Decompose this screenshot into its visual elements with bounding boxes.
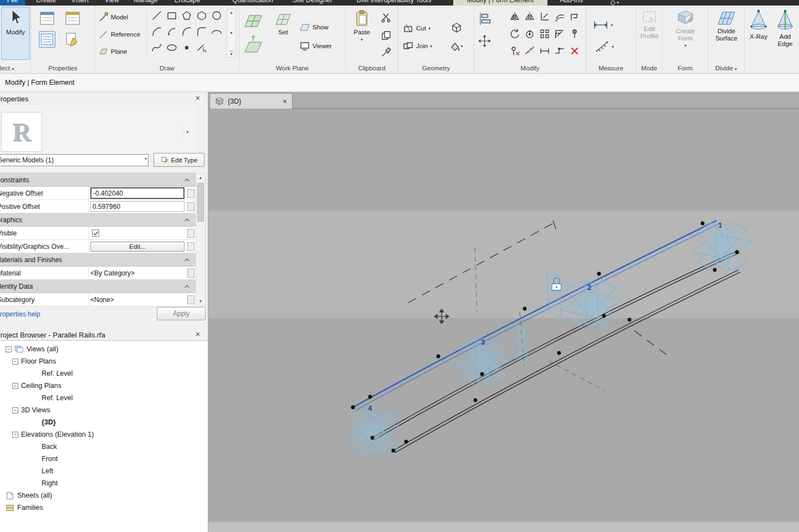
panel-label-work-plane[interactable]: Work Plane — [239, 65, 345, 71]
reference-line-button[interactable]: Reference — [99, 29, 140, 39]
tree-item-right[interactable]: Right — [0, 477, 208, 489]
cut-to-clipboard-icon[interactable] — [379, 11, 393, 24]
tab-file[interactable]: File — [0, 0, 25, 6]
spline-tool-icon[interactable] — [150, 41, 163, 54]
tab-quantification[interactable]: Quantification — [226, 0, 279, 6]
paste-button[interactable]: Paste ▾ — [349, 7, 375, 60]
collapse-chevron-icon[interactable] — [184, 258, 190, 262]
start-end-radius-arc-tool-icon[interactable] — [150, 25, 163, 38]
create-form-button[interactable]: Create Form ▾ — [668, 7, 703, 60]
view-tab-3d[interactable]: {3D} × — [209, 93, 293, 109]
close-view-icon[interactable]: × — [283, 97, 287, 106]
subcategory-value[interactable]: <None> — [90, 296, 114, 304]
model-line-button[interactable]: Model — [99, 12, 128, 22]
divide-surface-button[interactable]: Divide Surface — [711, 7, 742, 60]
drawing-canvas[interactable]: 1 2 3 4 — [208, 109, 799, 532]
tree-item-front[interactable]: Front — [0, 453, 208, 465]
point-element-tool-icon[interactable] — [180, 41, 193, 54]
negative-offset-input[interactable]: -0.402040 — [90, 187, 185, 199]
surface-tool-icon[interactable] — [242, 10, 264, 31]
property-group-materials[interactable]: Materials and Finishes — [0, 253, 196, 267]
property-group-identity[interactable]: Identity Data — [0, 280, 196, 293]
family-category-icon[interactable] — [64, 10, 81, 27]
collapse-chevron-icon[interactable] — [184, 178, 190, 182]
feedback-smiley-icon[interactable]: ▾ — [611, 0, 619, 6]
tree-item-ceiling-plans[interactable]: − Ceiling Plans — [0, 380, 208, 392]
reference-line-black[interactable] — [408, 221, 669, 356]
tree-item-floor-plans[interactable]: − Floor Plans — [0, 355, 208, 367]
copy-to-clipboard-icon[interactable] — [379, 29, 393, 42]
match-type-icon[interactable] — [379, 45, 393, 58]
preview-dropdown-icon[interactable]: ▾ — [182, 126, 192, 137]
close-properties-icon[interactable]: × — [196, 94, 200, 103]
mirror-pick-axis-icon[interactable] — [508, 10, 521, 23]
close-project-browser-icon[interactable]: × — [196, 330, 200, 339]
tree-item-sheets[interactable]: Sheets (all) — [0, 489, 208, 502]
panel-label-divide[interactable]: Divide ▾ — [708, 65, 744, 71]
collapse-box-icon[interactable]: − — [12, 407, 18, 413]
plane-button[interactable]: Plane — [99, 47, 127, 57]
tree-item-views[interactable]: − Views (all) — [0, 343, 208, 355]
panel-label-form[interactable]: Form — [663, 65, 708, 71]
collapse-box-icon[interactable]: − — [12, 359, 18, 365]
align-dimension-icon[interactable] — [537, 44, 551, 57]
apply-button[interactable]: Apply — [157, 307, 206, 320]
family-types-icon[interactable] — [64, 31, 81, 48]
circle-tool-icon[interactable] — [209, 9, 223, 22]
join-toggle-icon[interactable] — [552, 44, 566, 57]
unpin-icon[interactable] — [508, 44, 521, 57]
panel-expand-icon[interactable]: ▼ — [229, 51, 233, 56]
tree-item-back[interactable]: Back — [0, 441, 208, 453]
properties-toggle-icon[interactable] — [39, 31, 55, 48]
material-value[interactable]: <By Category> — [90, 269, 135, 277]
center-ends-arc-tool-icon[interactable] — [165, 25, 178, 38]
scroll-down-icon[interactable]: ▼ — [229, 31, 233, 35]
collapse-box-icon[interactable]: − — [12, 432, 18, 438]
scroll-up-icon[interactable]: ▲ — [196, 173, 205, 182]
collapse-box-icon[interactable]: − — [6, 346, 12, 352]
associate-parameter-button[interactable] — [187, 269, 194, 278]
tab-bim-interoperability[interactable]: BIM Interoperability Tools — [345, 0, 443, 6]
tree-item-left[interactable]: Left — [0, 465, 208, 477]
property-group-graphics[interactable]: Graphics — [0, 213, 196, 227]
tree-item-ref-level[interactable]: Ref. Level — [0, 367, 208, 380]
tab-view[interactable]: View — [100, 0, 124, 6]
type-selector[interactable]: Generic Models (1) ▾ — [0, 154, 148, 166]
collapse-box-icon[interactable]: − — [12, 383, 18, 389]
panel-label-clipboard[interactable]: Clipboard — [346, 65, 398, 71]
tree-item-elevations[interactable]: − Elevations (Elevation 1) — [0, 428, 208, 441]
panel-label-geometry[interactable]: Geometry — [398, 65, 474, 71]
edit-type-button[interactable]: Edit Type — [153, 153, 204, 167]
properties-palette-icon[interactable] — [39, 10, 55, 27]
tab-insert[interactable]: Insert — [67, 0, 94, 6]
tab-create[interactable]: Create — [32, 0, 60, 6]
collapse-chevron-icon[interactable] — [184, 284, 190, 289]
tangent-arc-tool-icon[interactable] — [180, 25, 193, 38]
collapse-chevron-icon[interactable] — [184, 218, 190, 222]
array-icon[interactable] — [537, 27, 551, 40]
visible-checkbox[interactable] — [92, 229, 99, 237]
rotate-icon[interactable] — [523, 27, 536, 40]
line-tool-icon[interactable] — [150, 9, 163, 22]
set-work-plane-button[interactable]: Set — [270, 8, 296, 59]
scale-icon[interactable] — [552, 27, 566, 40]
join-geometry-button[interactable]: Join▾ — [403, 41, 432, 51]
selected-rail-path[interactable] — [353, 221, 719, 411]
control-point-dots[interactable] — [351, 222, 739, 453]
circumscribed-polygon-tool-icon[interactable] — [194, 9, 208, 22]
add-edge-button[interactable]: Add Edge — [772, 7, 798, 68]
trim-extend-icon[interactable] — [537, 10, 551, 23]
3d-scene[interactable]: 1 2 3 4 — [208, 109, 799, 532]
cut-geometry-button[interactable]: Cut▾ — [403, 23, 431, 33]
tree-item-ref-level[interactable]: Ref. Level — [0, 392, 208, 404]
properties-scrollbar[interactable]: ▲ ▼ — [196, 173, 206, 306]
panel-label-properties[interactable]: Properties — [31, 65, 95, 71]
associate-parameter-button[interactable] — [187, 295, 194, 304]
delete-icon[interactable] — [567, 44, 581, 57]
panel-label-measure[interactable]: Measure — [586, 65, 636, 71]
tab-add-ins[interactable]: Add-Ins — [555, 0, 587, 6]
property-group-constraints[interactable]: Constraints — [0, 173, 196, 187]
show-work-plane-button[interactable]: Show — [299, 22, 329, 32]
mirror-draw-axis-icon[interactable] — [523, 10, 536, 23]
panel-label-modify[interactable]: Modify — [474, 65, 586, 71]
